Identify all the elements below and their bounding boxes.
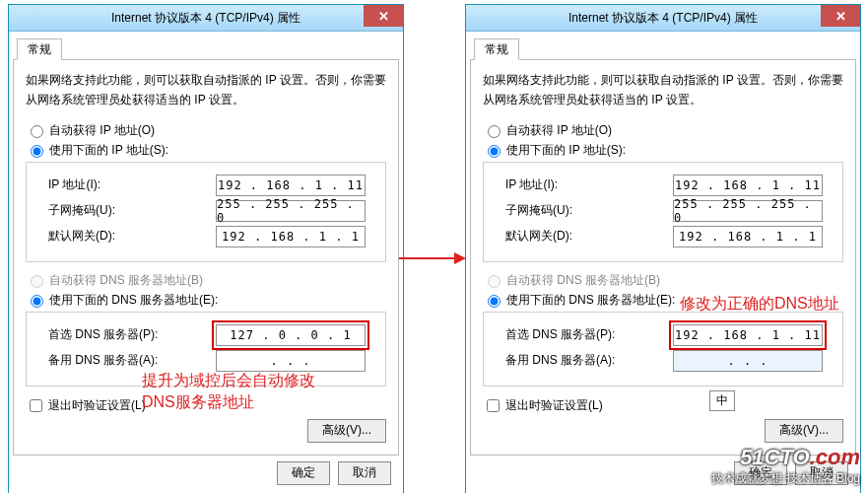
ip-group: IP 地址(I):192 . 168 . 1 . 11 子网掩码(U):255 …: [483, 162, 843, 262]
label-mask: 子网掩码(U):: [505, 202, 673, 219]
radio-manual-ip[interactable]: 使用下面的 IP 地址(S):: [26, 142, 386, 159]
label-ip: IP 地址(I):: [505, 176, 673, 193]
dns-group: 首选 DNS 服务器(P):127 . 0 . 0 . 1 备用 DNS 服务器…: [26, 312, 386, 387]
arrow-icon: [399, 257, 464, 259]
cancel-button[interactable]: 取消: [795, 461, 848, 485]
label-ip: IP 地址(I):: [48, 176, 216, 193]
description-text: 如果网络支持此功能，则可以获取自动指派的 IP 设置。否则，你需要从网络系统管理…: [26, 70, 386, 110]
subnet-mask-input[interactable]: 255 . 255 . 255 . 0: [216, 200, 366, 222]
gateway-input[interactable]: 192 . 168 . 1 . 1: [673, 226, 823, 247]
close-icon[interactable]: ✕: [364, 5, 403, 27]
ip-address-input[interactable]: 192 . 168 . 1 . 11: [216, 175, 366, 196]
ip-address-input[interactable]: 192 . 168 . 1 . 11: [673, 175, 823, 196]
validate-checkbox[interactable]: 退出时验证设置(L): [483, 396, 843, 415]
cancel-button[interactable]: 取消: [338, 461, 391, 485]
window-title: Internet 协议版本 4 (TCP/IPv4) 属性: [9, 10, 403, 27]
alternate-dns-input[interactable]: . . .: [216, 350, 366, 372]
preferred-dns-input[interactable]: 192 . 168 . 1 . 11: [673, 324, 823, 346]
label-dns2: 备用 DNS 服务器(A):: [48, 352, 216, 369]
ok-button[interactable]: 确定: [734, 461, 787, 485]
radio-manual-dns[interactable]: 使用下面的 DNS 服务器地址(E):: [483, 292, 843, 309]
radio-auto-dns: 自动获得 DNS 服务器地址(B): [26, 272, 386, 289]
radio-manual-ip[interactable]: 使用下面的 IP 地址(S):: [483, 142, 843, 159]
tcpip-properties-dialog-before: Internet 协议版本 4 (TCP/IPv4) 属性 ✕ 常规 如果网络支…: [8, 4, 404, 493]
subnet-mask-input[interactable]: 255 . 255 . 255 . 0: [673, 200, 823, 222]
dns-group: 首选 DNS 服务器(P):192 . 168 . 1 . 11 备用 DNS …: [483, 312, 843, 387]
validate-checkbox[interactable]: 退出时验证设置(L): [26, 396, 386, 415]
alternate-dns-input[interactable]: . . .: [673, 350, 823, 372]
radio-manual-dns[interactable]: 使用下面的 DNS 服务器地址(E):: [26, 292, 386, 309]
tab-strip: 常规: [13, 35, 399, 60]
label-dns1: 首选 DNS 服务器(P):: [505, 326, 673, 343]
label-mask: 子网掩码(U):: [48, 202, 216, 219]
radio-auto-ip[interactable]: 自动获得 IP 地址(O): [483, 122, 843, 139]
preferred-dns-input[interactable]: 127 . 0 . 0 . 1: [216, 324, 366, 346]
label-dns2: 备用 DNS 服务器(A):: [505, 352, 673, 369]
label-gateway: 默认网关(D):: [48, 228, 216, 245]
window-title: Internet 协议版本 4 (TCP/IPv4) 属性: [466, 10, 860, 27]
ime-indicator: 中: [709, 390, 735, 411]
ok-button[interactable]: 确定: [277, 461, 330, 485]
tab-general[interactable]: 常规: [17, 38, 62, 60]
tab-strip: 常规: [470, 35, 856, 60]
label-dns1: 首选 DNS 服务器(P):: [48, 326, 216, 343]
advanced-button[interactable]: 高级(V)...: [307, 419, 386, 443]
titlebar[interactable]: Internet 协议版本 4 (TCP/IPv4) 属性 ✕: [9, 5, 403, 32]
radio-auto-dns: 自动获得 DNS 服务器地址(B): [483, 272, 843, 289]
gateway-input[interactable]: 192 . 168 . 1 . 1: [216, 226, 366, 247]
label-gateway: 默认网关(D):: [505, 228, 673, 245]
ip-group: IP 地址(I):192 . 168 . 1 . 11 子网掩码(U):255 …: [26, 162, 386, 262]
close-icon[interactable]: ✕: [821, 5, 860, 27]
advanced-button[interactable]: 高级(V)...: [765, 419, 843, 443]
tcpip-properties-dialog-after: Internet 协议版本 4 (TCP/IPv4) 属性 ✕ 常规 如果网络支…: [465, 4, 861, 493]
radio-auto-ip[interactable]: 自动获得 IP 地址(O): [26, 122, 386, 139]
titlebar[interactable]: Internet 协议版本 4 (TCP/IPv4) 属性 ✕: [466, 5, 860, 32]
tab-general[interactable]: 常规: [474, 38, 519, 60]
description-text: 如果网络支持此功能，则可以获取自动指派的 IP 设置。否则，你需要从网络系统管理…: [483, 70, 843, 110]
